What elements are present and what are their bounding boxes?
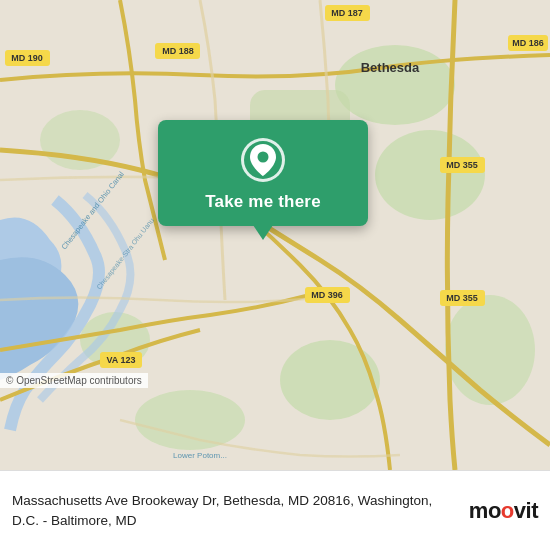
location-popup[interactable]: Take me there [158,120,368,226]
svg-point-29 [258,152,269,163]
moovit-logo-text: moovit [469,500,538,522]
svg-text:MD 355: MD 355 [446,293,478,303]
svg-text:Bethesda: Bethesda [361,60,420,75]
copyright-text: © OpenStreetMap contributors [6,375,142,386]
svg-point-1 [335,45,455,125]
svg-text:Lower Potom...: Lower Potom... [173,451,227,460]
svg-text:MD 355: MD 355 [446,160,478,170]
copyright-bar: © OpenStreetMap contributors [0,373,148,388]
svg-text:MD 186: MD 186 [512,38,544,48]
svg-text:MD 190: MD 190 [11,53,43,63]
moovit-logo: moovit [469,500,538,522]
bottom-bar: Massachusetts Ave Brookeway Dr, Bethesda… [0,470,550,550]
svg-point-3 [280,340,380,420]
address-text: Massachusetts Ave Brookeway Dr, Bethesda… [12,491,459,530]
svg-point-6 [135,390,245,450]
take-me-there-button[interactable]: Take me there [205,192,321,212]
svg-text:VA 123: VA 123 [106,355,135,365]
location-pin-icon [241,138,285,182]
map-container: MD 187 MD 190 MD 188 MD 186 MD 355 MD 35… [0,0,550,470]
svg-point-7 [445,295,535,405]
svg-text:MD 396: MD 396 [311,290,343,300]
map-svg: MD 187 MD 190 MD 188 MD 186 MD 355 MD 35… [0,0,550,470]
svg-point-2 [375,130,485,220]
svg-text:MD 187: MD 187 [331,8,363,18]
svg-text:MD 188: MD 188 [162,46,194,56]
